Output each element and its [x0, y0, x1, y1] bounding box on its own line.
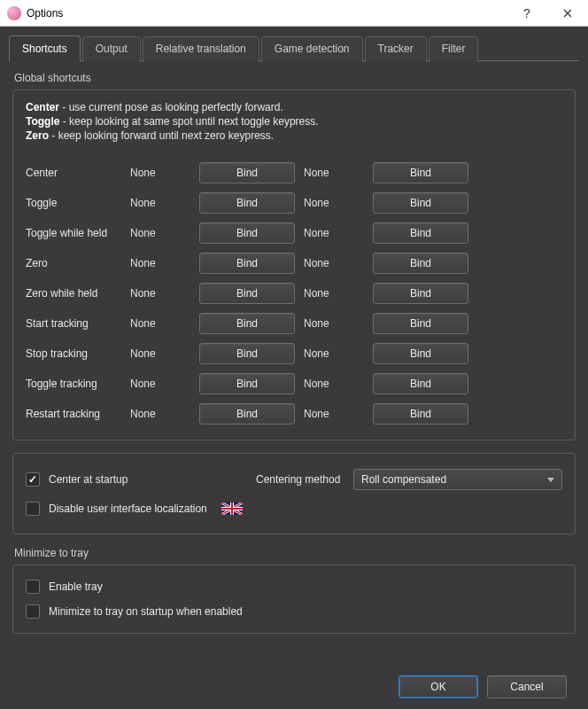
titlebar[interactable]: Options ? — [0, 0, 588, 27]
shortcut-name: Zero while held — [26, 287, 123, 300]
disable-localization-checkbox[interactable] — [26, 502, 40, 516]
binding-value-1: None — [130, 378, 192, 390]
binding-value-2: None — [304, 227, 366, 239]
question-icon: ? — [523, 6, 530, 20]
help-text: Center - use current pose as looking per… — [26, 101, 562, 142]
bind-button-2[interactable]: Bind — [373, 192, 468, 214]
chevron-down-icon — [547, 478, 554, 482]
shortcut-row: Toggle while heldNoneBindNoneBind — [26, 218, 562, 248]
help-center-desc: - use current pose as looking perfectly … — [59, 101, 283, 113]
bind-button-1[interactable]: Bind — [199, 222, 295, 244]
tab-shortcuts[interactable]: Shortcuts — [9, 35, 81, 61]
binding-value-2: None — [304, 347, 366, 360]
bind-button-2[interactable]: Bind — [373, 343, 468, 364]
shortcut-name: Stop tracking — [26, 347, 123, 360]
dialog-footer: OK Cancel — [9, 665, 579, 709]
bind-button-1[interactable]: Bind — [199, 313, 295, 334]
shortcut-row: ToggleNoneBindNoneBind — [26, 188, 562, 218]
tab-relative-translation[interactable]: Relative translation — [143, 36, 259, 62]
help-button[interactable]: ? — [507, 0, 547, 27]
tab-strip: Shortcuts Output Relative translation Ga… — [9, 35, 579, 61]
bind-button-1[interactable]: Bind — [199, 403, 295, 425]
bind-button-2[interactable]: Bind — [373, 373, 468, 394]
shortcut-name: Zero — [26, 257, 123, 269]
uk-flag-icon — [221, 503, 243, 515]
center-at-startup-checkbox[interactable] — [26, 472, 40, 487]
shortcut-row: Stop trackingNoneBindNoneBind — [26, 339, 562, 369]
bind-button-1[interactable]: Bind — [199, 343, 295, 364]
binding-value-1: None — [130, 197, 192, 209]
svg-rect-4 — [221, 508, 243, 510]
bind-button-1[interactable]: Bind — [199, 192, 295, 214]
binding-value-2: None — [304, 167, 366, 179]
shortcut-row: CenterNoneBindNoneBind — [26, 158, 562, 188]
shortcut-row: ZeroNoneBindNoneBind — [26, 248, 562, 278]
bind-button-2[interactable]: Bind — [373, 253, 468, 274]
bind-button-2[interactable]: Bind — [373, 222, 468, 244]
disable-localization-label: Disable user interface localization — [49, 503, 207, 515]
shortcut-name: Restart tracking — [26, 408, 123, 420]
shortcut-name: Center — [26, 167, 123, 179]
close-button[interactable] — [547, 0, 588, 27]
bind-button-2[interactable]: Bind — [373, 313, 468, 334]
binding-value-1: None — [130, 167, 192, 179]
shortcut-row: Start trackingNoneBindNoneBind — [26, 308, 562, 339]
binding-value-2: None — [304, 197, 366, 209]
binding-value-1: None — [130, 347, 192, 360]
centering-method-select[interactable]: Roll compensated — [353, 469, 562, 490]
tab-output[interactable]: Output — [82, 36, 141, 62]
tab-tracker[interactable]: Tracker — [365, 36, 427, 62]
tray-title: Minimize to tray — [14, 547, 576, 559]
shortcut-name: Toggle while held — [26, 227, 123, 239]
bind-button-2[interactable]: Bind — [373, 162, 468, 183]
bind-button-1[interactable]: Bind — [199, 373, 295, 394]
centering-method-label: Centering method — [256, 473, 353, 486]
binding-value-1: None — [130, 317, 192, 330]
startup-group: Center at startup Centering method Roll … — [12, 453, 576, 534]
shortcut-rows: CenterNoneBindNoneBindToggleNoneBindNone… — [26, 158, 562, 429]
global-shortcuts-title: Global shortcuts — [14, 72, 576, 84]
app-icon — [7, 6, 21, 20]
global-shortcuts-group: Center - use current pose as looking per… — [12, 90, 576, 440]
help-zero-desc: - keep looking forward until next zero k… — [49, 129, 274, 142]
shortcut-name: Toggle — [26, 197, 123, 209]
centering-method-value: Roll compensated — [361, 473, 446, 486]
shortcut-row: Restart trackingNoneBindNoneBind — [26, 399, 562, 429]
minimize-on-startup-label: Minimize to tray on startup when enabled — [49, 605, 243, 618]
enable-tray-checkbox[interactable] — [26, 580, 40, 594]
close-icon — [563, 9, 572, 18]
cancel-button[interactable]: Cancel — [487, 675, 567, 698]
bind-button-1[interactable]: Bind — [199, 162, 295, 183]
binding-value-2: None — [304, 378, 366, 390]
shortcut-row: Zero while heldNoneBindNoneBind — [26, 278, 562, 308]
help-toggle-term: Toggle — [26, 115, 59, 128]
help-center-term: Center — [26, 101, 59, 113]
enable-tray-label: Enable tray — [49, 580, 103, 593]
binding-value-1: None — [130, 408, 192, 420]
binding-value-2: None — [304, 317, 366, 330]
window-title: Options — [27, 7, 63, 19]
binding-value-1: None — [130, 287, 192, 300]
ok-button[interactable]: OK — [398, 675, 478, 698]
bind-button-1[interactable]: Bind — [199, 283, 295, 304]
center-at-startup-label: Center at startup — [49, 473, 128, 486]
binding-value-1: None — [130, 257, 192, 269]
bind-button-1[interactable]: Bind — [199, 253, 295, 274]
shortcut-name: Start tracking — [26, 317, 123, 330]
help-zero-term: Zero — [26, 129, 49, 142]
tab-game-detection[interactable]: Game detection — [261, 36, 363, 62]
binding-value-2: None — [304, 257, 366, 269]
binding-value-1: None — [130, 227, 192, 239]
shortcut-row: Toggle trackingNoneBindNoneBind — [26, 369, 562, 399]
bind-button-2[interactable]: Bind — [373, 283, 468, 304]
help-toggle-desc: - keep looking at same spot until next t… — [59, 115, 318, 128]
binding-value-2: None — [304, 287, 366, 300]
binding-value-2: None — [304, 408, 366, 420]
shortcut-name: Toggle tracking — [26, 378, 123, 390]
options-window: Options ? Shortcuts Output Relative tran… — [0, 0, 588, 709]
minimize-on-startup-checkbox[interactable] — [26, 604, 40, 619]
tray-group: Enable tray Minimize to tray on startup … — [12, 565, 576, 634]
bind-button-2[interactable]: Bind — [373, 403, 468, 425]
tab-filter[interactable]: Filter — [429, 36, 479, 62]
